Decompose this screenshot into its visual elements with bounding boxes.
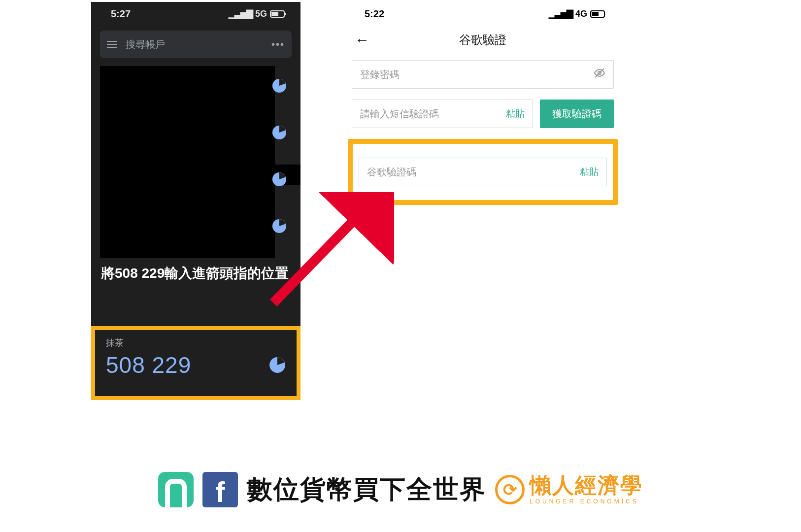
paste-ga-button[interactable]: 粘貼	[580, 166, 599, 178]
instruction-text: 將508 229輸入進箭頭指的位置	[101, 263, 291, 284]
verification-form: 登錄密碼 請輸入短信驗證碼 粘貼 獲取驗證碼 谷歌驗證碼 粘貼	[345, 60, 621, 205]
exchange-phone: 5:22 ▁▃▅▇ 4G ← 谷歌驗證 登錄密碼 請輸入短信驗證碼 粘貼 獲取驗…	[345, 2, 621, 205]
facebook-icon: f	[202, 472, 238, 507]
totp-code: 508 229	[106, 352, 191, 378]
sms-row: 請輸入短信驗證碼 粘貼 獲取驗證碼	[352, 100, 614, 128]
sms-code-field[interactable]: 請輸入短信驗證碼 粘貼	[352, 100, 533, 128]
status-bar-left: 5:27 ▁▃▅▇ 5G	[91, 2, 300, 26]
redacted-accounts	[100, 66, 275, 258]
password-placeholder: 登錄密碼	[360, 68, 594, 81]
account-label: 抹茶	[106, 337, 286, 349]
network-label: 5G	[255, 9, 267, 19]
footer-main-text: 數位貨幣買下全世界	[247, 472, 486, 507]
battery-icon	[590, 10, 605, 18]
search-placeholder: 搜尋帳戶	[126, 38, 263, 51]
search-bar[interactable]: 搜尋帳戶 •••	[100, 31, 292, 58]
status-time: 5:22	[365, 8, 384, 20]
highlighted-ga-field: 谷歌驗證碼 粘貼	[348, 139, 618, 205]
timer-icon	[269, 357, 286, 373]
title-row: ← 谷歌驗證	[345, 26, 621, 60]
paste-sms-button[interactable]: 粘貼	[506, 107, 525, 120]
battery-icon	[270, 10, 285, 18]
brand-square-icon	[158, 472, 194, 507]
menu-icon[interactable]	[107, 41, 117, 48]
lounger-mark-icon: ⟳	[495, 475, 525, 504]
page-title: 谷歌驗證	[345, 32, 621, 48]
status-bar-right: 5:22 ▁▃▅▇ 4G	[345, 2, 621, 26]
redacted-strip	[100, 165, 300, 185]
authenticator-phone: 5:27 ▁▃▅▇ 5G 搜尋帳戶 ••• 將508 229輸入進箭頭指的位置 …	[91, 2, 300, 400]
more-icon[interactable]: •••	[271, 39, 285, 50]
ga-code-field[interactable]: 谷歌驗證碼 粘貼	[359, 158, 607, 186]
lounger-brand-cn: 懶人經濟學	[530, 475, 643, 497]
status-time: 5:27	[111, 8, 131, 20]
signal-icon: ▁▃▅▇	[549, 8, 572, 19]
timer-icon	[272, 125, 287, 140]
footer: f 數位貨幣買下全世界 ⟳ 懶人經濟學 LOUNGER ECONOMICS	[0, 472, 801, 507]
signal-icon: ▁▃▅▇	[229, 8, 252, 19]
network-label: 4G	[575, 9, 587, 19]
lounger-brand-en: LOUNGER ECONOMICS	[530, 499, 643, 504]
timer-icon	[272, 219, 287, 233]
get-code-button[interactable]: 獲取驗證碼	[540, 100, 614, 128]
eye-off-icon[interactable]	[594, 67, 605, 82]
sms-placeholder: 請輸入短信驗證碼	[360, 107, 506, 121]
back-icon[interactable]: ←	[355, 33, 369, 47]
ga-placeholder: 谷歌驗證碼	[367, 166, 580, 179]
timer-icon	[272, 78, 287, 93]
lounger-logo: ⟳ 懶人經濟學 LOUNGER ECONOMICS	[495, 475, 643, 504]
password-field[interactable]: 登錄密碼	[352, 60, 614, 89]
highlighted-code-entry[interactable]: 抹茶 508 229	[91, 326, 300, 400]
timer-column	[272, 78, 287, 233]
timer-icon	[272, 172, 287, 187]
